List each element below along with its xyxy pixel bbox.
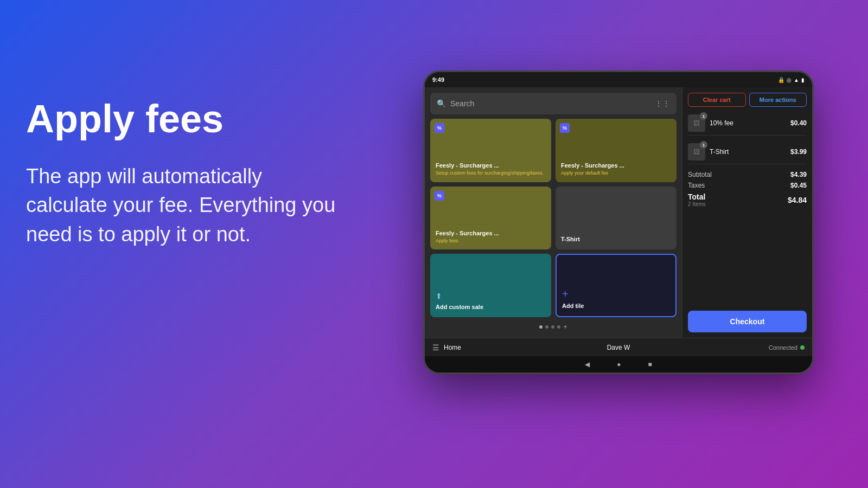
tile-sub-2: Apply your default fee: [561, 170, 671, 177]
tile-sub-3: Apply fees: [436, 238, 546, 245]
cart-actions: Clear cart More actions: [688, 93, 807, 107]
cart-item-badge-2: 1: [700, 141, 707, 149]
wifi-icon: ▲: [794, 77, 799, 83]
cart-item-badge-1: 1: [700, 112, 707, 120]
product-tile-feesly2[interactable]: % Feesly - Surcharges ... Apply your def…: [556, 119, 676, 182]
plus-icon: +: [562, 288, 670, 300]
tile-badge-3: %: [435, 191, 444, 201]
subtotal-row: Subtotal $4.39: [688, 171, 807, 178]
dot-3: [551, 325, 554, 329]
taxes-label: Taxes: [688, 182, 705, 189]
connected-label: Connected: [769, 344, 797, 351]
total-label-group: Total 2 Items: [688, 192, 706, 207]
tile-name-5: Add custom sale: [436, 304, 546, 310]
grid-icon: ⋮⋮: [655, 99, 670, 108]
clear-cart-button[interactable]: Clear cart: [688, 93, 746, 107]
battery-icon: ▮: [801, 77, 805, 83]
product-tile-tshirt[interactable]: T-Shirt: [556, 187, 676, 250]
bottom-nav-bar: ☰ Home Dave W Connected: [425, 338, 812, 356]
connected-indicator: [800, 345, 805, 350]
tile-name-2: Feesly - Surcharges ...: [561, 162, 671, 169]
pagination-dots: +: [430, 322, 676, 332]
more-actions-button[interactable]: More actions: [749, 93, 807, 107]
cart-item-price-2: $3.99: [790, 148, 807, 156]
taxes-row: Taxes $0.45: [688, 182, 807, 189]
search-placeholder: Search: [450, 99, 650, 108]
product-panel: 🔍 Search ⋮⋮ % Feesly - Surcharges ... Se…: [425, 87, 682, 338]
cart-item-tshirt: 🖼 1 T-Shirt $3.99: [688, 140, 807, 164]
subtotal-label: Subtotal: [688, 171, 712, 178]
product-grid: % Feesly - Surcharges ... Setup custom f…: [430, 119, 676, 317]
tile-badge-2: %: [560, 123, 570, 133]
tile-name-1: Feesly - Surcharges ...: [436, 162, 546, 169]
dot-1: [539, 325, 542, 329]
android-nav: ◀ ● ■: [425, 356, 812, 373]
dot-plus: +: [563, 323, 567, 331]
cart-totals: Subtotal $4.39 Taxes $0.45 Total 2 Items…: [688, 169, 807, 207]
home-button[interactable]: ●: [617, 361, 621, 368]
main-title: Apply fees: [26, 98, 341, 140]
tile-name-6: Add tile: [562, 303, 670, 309]
total-items: 2 Items: [688, 201, 706, 207]
dot-2: [545, 325, 548, 329]
lock-icon: 🔒: [778, 77, 784, 83]
cart-item-img-wrapper-2: 🖼 1: [688, 143, 705, 160]
cart-item-name-2: T-Shirt: [710, 148, 786, 156]
product-tile-custom-sale[interactable]: ⬆ Add custom sale: [430, 254, 551, 317]
cart-item-name-1: 10% fee: [710, 119, 786, 127]
location-icon: ◎: [787, 77, 792, 83]
total-row: Total 2 Items $4.84: [688, 192, 807, 207]
tile-name-4: T-Shirt: [561, 236, 671, 242]
dot-4: [557, 325, 560, 329]
connection-status: Connected: [769, 344, 805, 351]
subtotal-value: $4.39: [790, 171, 807, 178]
recents-button[interactable]: ■: [648, 361, 652, 368]
share-icon: ⬆: [436, 292, 546, 300]
checkout-button[interactable]: Checkout: [688, 311, 807, 332]
cart-item-fee: 🖼 1 10% fee $0.40: [688, 111, 807, 136]
status-bar: 9:49 🔒 ◎ ▲ ▮: [425, 72, 812, 87]
back-button[interactable]: ◀: [585, 361, 590, 368]
tablet-frame: 9:49 🔒 ◎ ▲ ▮ 🔍 Search ⋮⋮: [423, 70, 814, 374]
user-label: Dave W: [607, 344, 630, 351]
total-label: Total: [688, 192, 706, 201]
left-panel: Apply fees The app will automatically ca…: [26, 98, 341, 249]
tablet-content: 🔍 Search ⋮⋮ % Feesly - Surcharges ... Se…: [425, 87, 812, 338]
search-bar[interactable]: 🔍 Search ⋮⋮: [430, 93, 676, 114]
tile-name-3: Feesly - Surcharges ...: [436, 230, 546, 236]
tablet-mockup: 9:49 🔒 ◎ ▲ ▮ 🔍 Search ⋮⋮: [423, 70, 814, 374]
taxes-value: $0.45: [790, 182, 807, 189]
status-time: 9:49: [432, 76, 444, 83]
tile-badge-1: %: [435, 123, 444, 133]
cart-panel: Clear cart More actions 🖼 1 10% fee $0.4…: [682, 87, 812, 338]
cart-item-img-wrapper-1: 🖼 1: [688, 114, 705, 132]
search-icon: 🔍: [437, 99, 446, 108]
product-tile-feesly1[interactable]: % Feesly - Surcharges ... Setup custom f…: [430, 119, 551, 182]
total-value: $4.84: [788, 196, 807, 204]
cart-item-price-1: $0.40: [790, 119, 807, 127]
status-icons: 🔒 ◎ ▲ ▮: [778, 77, 805, 83]
tile-sub-1: Setup custom fees for surcharging/shippi…: [436, 170, 546, 177]
product-tile-feesly3[interactable]: % Feesly - Surcharges ... Apply fees: [430, 187, 551, 250]
hamburger-icon: ☰: [432, 343, 439, 352]
product-tile-add[interactable]: + Add tile: [556, 254, 676, 317]
home-label: Home: [444, 344, 461, 351]
sub-text: The app will automatically calculate you…: [26, 162, 341, 249]
